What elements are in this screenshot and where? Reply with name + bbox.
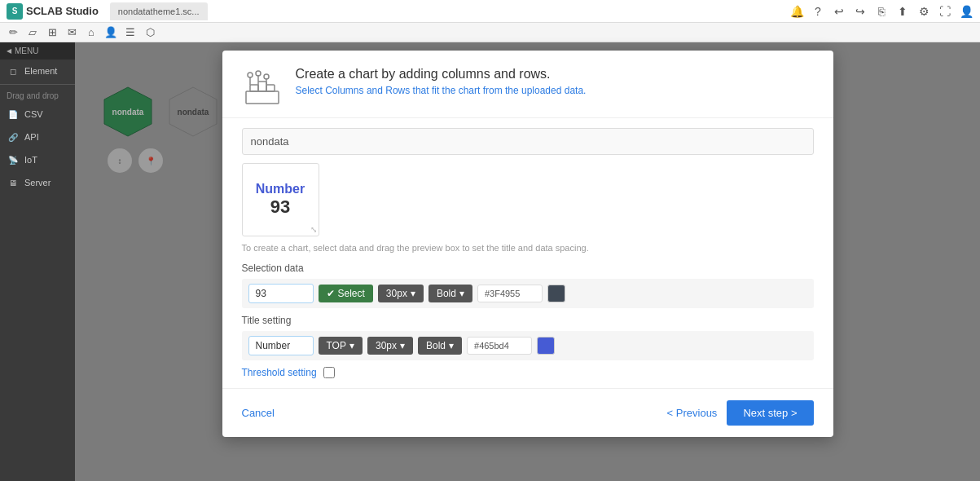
topbar: S SCLAB Studio nondatatheme1.sc... 🔔 ? ↩… [0, 0, 980, 23]
api-icon: 🔗 [7, 130, 20, 143]
chevron-down-icon-5: ▾ [449, 340, 454, 351]
preview-chart-title: Number [256, 182, 305, 196]
dataset-name-input[interactable] [242, 128, 814, 155]
sidebar-item-csv[interactable]: 📄 CSV [0, 103, 75, 126]
title-setting-row: TOP ▾ 30px ▾ Bold ▾ [242, 331, 814, 360]
position-dropdown[interactable]: TOP ▾ [319, 337, 363, 355]
app-logo: S SCLAB Studio [7, 3, 99, 20]
bell-icon[interactable]: 🔔 [789, 4, 804, 19]
weight-dropdown-selection[interactable]: Bold ▾ [428, 285, 472, 302]
selection-data-label: Selection data [242, 263, 814, 274]
previous-button[interactable]: < Previous [667, 407, 718, 419]
modal-body: Number 93 ⤡ To create a chart, select da… [222, 118, 833, 388]
sidebar-menu-header: ◀ MENU [0, 42, 75, 60]
title-setting-input[interactable] [248, 336, 314, 355]
list-icon[interactable]: ☰ [122, 24, 138, 41]
cancel-button[interactable]: Cancel [242, 407, 275, 419]
sidebar-item-element[interactable]: ◻ Element [0, 60, 75, 82]
title-setting-label: Title setting [242, 315, 814, 326]
undo-icon[interactable]: ↩ [832, 4, 846, 19]
email-icon[interactable]: ✉ [64, 24, 80, 41]
modal-subtitle: Select Columns and Rows that fit the cha… [296, 85, 587, 96]
iot-icon: 📡 [7, 153, 20, 166]
next-step-button[interactable]: Next step > [727, 400, 813, 426]
svg-rect-4 [266, 85, 275, 91]
chart-preview-box[interactable]: Number 93 ⤡ [242, 163, 319, 236]
topbar-actions: 🔔 ? ↩ ↪ ⎘ ⬆ ⚙ ⛶ 👤 [789, 4, 973, 19]
modal-title: Create a chart by adding columns and row… [296, 67, 587, 82]
expand-icon[interactable]: ⛶ [938, 4, 952, 19]
chevron-down-icon: ▾ [411, 288, 415, 299]
person-icon[interactable]: 👤 [103, 24, 119, 41]
title-size-dropdown[interactable]: 30px ▾ [367, 337, 413, 355]
shape-icon[interactable]: ▱ [24, 24, 41, 41]
threshold-checkbox[interactable] [323, 367, 335, 378]
help-icon[interactable]: ? [811, 4, 825, 19]
redo-icon[interactable]: ↪ [853, 4, 868, 19]
logo-icon: S [7, 3, 23, 20]
title-weight-dropdown[interactable]: Bold ▾ [418, 337, 462, 355]
selection-color-swatch[interactable] [547, 285, 565, 302]
drag-drop-label: Drag and drop [0, 86, 75, 103]
title-color-input[interactable] [467, 337, 532, 355]
user-icon[interactable]: 👤 [959, 4, 973, 19]
selection-data-input[interactable] [248, 284, 314, 303]
chevron-down-icon-4: ▾ [400, 340, 405, 351]
resize-handle-icon[interactable]: ⤡ [310, 225, 317, 234]
selection-color-input[interactable] [477, 285, 543, 302]
gear-icon[interactable]: ⚙ [916, 4, 931, 19]
network-icon[interactable]: ⬡ [142, 24, 158, 41]
svg-rect-2 [246, 91, 279, 104]
modal-overlay: Create a chart by adding columns and row… [75, 42, 980, 481]
chevron-down-icon-2: ▾ [459, 288, 464, 299]
chevron-down-icon-3: ▾ [349, 340, 354, 351]
edit-icon[interactable]: ✏ [5, 24, 21, 41]
preview-hint-text: To create a chart, select data and drag … [242, 243, 814, 253]
home-icon[interactable]: ⌂ [83, 24, 99, 41]
select-button[interactable]: ✔ Select [319, 285, 373, 302]
active-tab[interactable]: nondatatheme1.sc... [110, 2, 208, 20]
chart-wizard-modal: Create a chart by adding columns and row… [222, 51, 833, 437]
modal-header-text: Create a chart by adding columns and row… [296, 67, 587, 96]
menu-arrow-icon: ◀ [7, 47, 11, 55]
upload-icon[interactable]: ⬆ [895, 4, 910, 19]
menu-label: MENU [15, 46, 38, 55]
sidebar-item-api[interactable]: 🔗 API [0, 126, 75, 148]
preview-chart-value: 93 [270, 196, 290, 218]
modal-footer: Cancel < Previous Next step > [222, 388, 833, 437]
modal-header: Create a chart by adding columns and row… [222, 51, 833, 118]
select-check-icon: ✔ [327, 288, 335, 299]
grid-icon[interactable]: ⊞ [44, 24, 60, 41]
threshold-row: Threshold setting [242, 367, 814, 378]
toolbar: ✏ ▱ ⊞ ✉ ⌂ 👤 ☰ ⬡ [0, 23, 980, 42]
selection-data-row: ✔ Select 30px ▾ Bold ▾ [242, 279, 814, 308]
element-icon: ◻ [7, 64, 20, 77]
share-icon[interactable]: ⎘ [874, 4, 889, 19]
csv-icon: 📄 [7, 108, 20, 121]
brand-name: SCLAB Studio [26, 5, 99, 17]
modal-icon [242, 67, 283, 108]
svg-rect-5 [258, 82, 266, 91]
sidebar-item-server[interactable]: 🖥 Server [0, 171, 75, 194]
server-icon: 🖥 [7, 176, 20, 189]
svg-rect-3 [250, 85, 258, 91]
threshold-label: Threshold setting [242, 367, 317, 378]
sidebar: ◀ MENU ◻ Element Drag and drop 📄 CSV 🔗 A… [0, 42, 75, 481]
sidebar-item-iot[interactable]: 📡 IoT [0, 148, 75, 171]
size-dropdown-selection[interactable]: 30px ▾ [378, 285, 424, 302]
title-color-swatch[interactable] [537, 337, 555, 355]
